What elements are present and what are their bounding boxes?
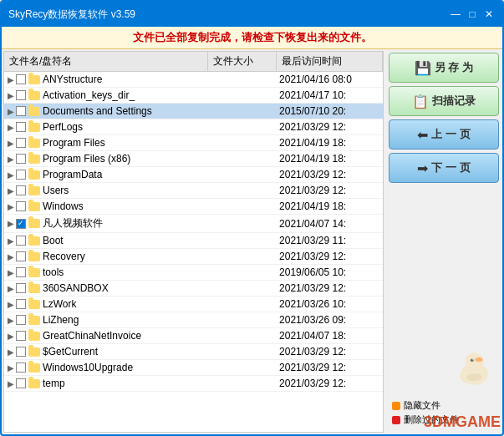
expand-arrow[interactable]: ▶ — [8, 300, 16, 309]
cell-name: ▶ANYstructure — [4, 72, 207, 88]
cell-date: 2021/03/29 11: — [276, 233, 382, 249]
maximize-button[interactable]: □ — [466, 8, 479, 21]
main-window: SkyRecy数据恢复软件 v3.59 — □ ✕ 文件已全部复制完成，请检查下… — [0, 0, 504, 436]
cell-size — [207, 265, 276, 281]
table-row[interactable]: ▶LzWork2021/03/26 10: — [4, 297, 383, 312]
prev-page-button[interactable]: ⬅ 上 一 页 — [389, 119, 499, 150]
cell-date: 2021/03/29 12: — [276, 360, 382, 376]
row-checkbox[interactable] — [16, 299, 26, 309]
row-checkbox[interactable] — [16, 219, 26, 229]
table-row[interactable]: ▶ProgramData2021/03/29 12: — [4, 167, 383, 183]
expand-arrow[interactable]: ▶ — [8, 316, 16, 325]
expand-arrow[interactable]: ▶ — [8, 236, 16, 246]
cell-size — [207, 104, 276, 119]
cell-name: ▶Windows — [4, 199, 207, 215]
row-checkbox[interactable] — [16, 331, 26, 341]
row-checkbox[interactable] — [16, 138, 26, 148]
file-name: Activation_keys_dir_ — [43, 89, 135, 101]
row-checkbox[interactable] — [16, 106, 26, 116]
expand-arrow[interactable]: ▶ — [8, 363, 16, 373]
expand-arrow[interactable]: ▶ — [8, 91, 16, 100]
file-table[interactable]: 文件名/盘符名 文件大小 最后访问时间 ▶ANYstructure2021/04… — [3, 51, 384, 433]
table-row[interactable]: ▶Windows10Upgrade2021/03/29 12: — [4, 360, 383, 376]
table-row[interactable]: ▶Documents and Settings2015/07/10 20: — [4, 104, 383, 119]
expand-arrow[interactable]: ▶ — [8, 186, 16, 195]
expand-arrow[interactable]: ▶ — [8, 170, 16, 180]
expand-arrow[interactable]: ▶ — [8, 155, 16, 164]
expand-arrow[interactable]: ▶ — [8, 284, 16, 293]
row-checkbox[interactable] — [16, 362, 26, 373]
table-row[interactable]: ▶Program Files2021/04/19 18: — [4, 135, 383, 151]
row-checkbox[interactable] — [16, 315, 26, 325]
folder-icon — [28, 75, 40, 84]
cell-name: ▶360SANDBOX — [4, 281, 207, 297]
expand-arrow[interactable]: ▶ — [8, 347, 16, 357]
save-as-button[interactable]: 💾 另 存 为 — [389, 53, 499, 83]
cell-name: ▶Activation_keys_dir_ — [4, 88, 207, 104]
file-name: Windows10Upgrade — [43, 362, 133, 373]
expand-arrow[interactable]: ▶ — [8, 219, 16, 228]
table-row[interactable]: ▶Activation_keys_dir_2021/04/17 10: — [4, 88, 383, 104]
file-name: GreatChinaNetInvoice — [43, 330, 141, 342]
next-page-button[interactable]: ➡ 下 一 页 — [389, 153, 499, 183]
expand-arrow[interactable]: ▶ — [8, 75, 16, 84]
expand-arrow[interactable]: ▶ — [8, 379, 16, 388]
folder-icon — [28, 155, 40, 164]
cell-date: 2015/07/10 20: — [276, 104, 382, 119]
file-name: Documents and Settings — [43, 105, 152, 117]
row-checkbox[interactable] — [16, 251, 26, 261]
file-name: $GetCurrent — [43, 346, 98, 357]
scan-log-button[interactable]: 📋 扫描记录 — [389, 86, 499, 116]
table-row[interactable]: ▶Recovery2021/03/29 12: — [4, 249, 383, 265]
table-row[interactable]: ▶tools2019/06/05 10: — [4, 265, 383, 281]
table-row[interactable]: ▶LiZheng2021/03/26 09: — [4, 312, 383, 328]
expand-arrow[interactable]: ▶ — [8, 123, 16, 132]
minimize-button[interactable]: — — [449, 8, 462, 21]
cell-size — [207, 199, 276, 215]
table-row[interactable]: ▶ANYstructure2021/04/16 08:0 — [4, 72, 383, 88]
cell-size — [207, 360, 276, 376]
row-checkbox[interactable] — [16, 347, 26, 357]
expand-arrow[interactable]: ▶ — [8, 202, 16, 211]
cell-date: 2021/03/26 09: — [276, 312, 382, 328]
row-checkbox[interactable] — [16, 267, 26, 277]
row-checkbox[interactable] — [16, 122, 26, 132]
cell-name: ▶LiZheng — [4, 312, 207, 328]
row-checkbox[interactable] — [16, 154, 26, 164]
expand-arrow[interactable]: ▶ — [8, 268, 16, 277]
row-checkbox[interactable] — [16, 74, 26, 84]
cell-date: 2021/04/07 18: — [276, 328, 382, 344]
expand-arrow[interactable]: ▶ — [8, 139, 16, 148]
row-checkbox[interactable] — [16, 201, 26, 211]
file-name: Program Files — [43, 137, 105, 149]
table-row[interactable]: ▶Boot2021/03/29 11: — [4, 233, 383, 249]
file-name: 凡人视频软件 — [43, 216, 103, 231]
row-checkbox[interactable] — [16, 236, 26, 246]
row-checkbox[interactable] — [16, 90, 26, 100]
table-row[interactable]: ▶Windows2021/04/19 18: — [4, 199, 383, 215]
expand-arrow[interactable]: ▶ — [8, 252, 16, 261]
file-name: temp — [43, 378, 65, 389]
table-row[interactable]: ▶temp2021/03/29 12: — [4, 376, 383, 392]
expand-arrow[interactable]: ▶ — [8, 332, 16, 341]
cell-name: ▶Boot — [4, 233, 207, 249]
table-row[interactable]: ▶$GetCurrent2021/03/29 12: — [4, 344, 383, 360]
folder-icon — [28, 332, 40, 341]
file-name: Program Files (x86) — [43, 153, 130, 165]
svg-point-3 — [470, 358, 473, 362]
file-name: ProgramData — [43, 169, 102, 180]
svg-point-1 — [465, 352, 483, 371]
row-checkbox[interactable] — [16, 170, 26, 180]
row-checkbox[interactable] — [16, 283, 26, 293]
scan-icon: 📋 — [412, 94, 429, 109]
table-row[interactable]: ▶GreatChinaNetInvoice2021/04/07 18: — [4, 328, 383, 344]
row-checkbox[interactable] — [16, 378, 26, 388]
table-row[interactable]: ▶凡人视频软件2021/04/07 14: — [4, 215, 383, 233]
table-row[interactable]: ▶Program Files (x86)2021/04/19 18: — [4, 151, 383, 167]
close-button[interactable]: ✕ — [482, 8, 496, 21]
table-row[interactable]: ▶PerfLogs2021/03/29 12: — [4, 119, 383, 135]
row-checkbox[interactable] — [16, 185, 26, 195]
table-row[interactable]: ▶Users2021/03/29 12: — [4, 183, 383, 199]
table-row[interactable]: ▶360SANDBOX2021/03/29 12: — [4, 281, 383, 297]
expand-arrow[interactable]: ▶ — [8, 107, 16, 116]
